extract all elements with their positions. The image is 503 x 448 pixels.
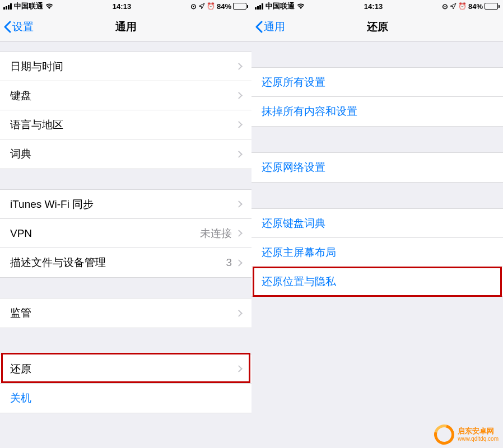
alarm-icon: ⏰: [207, 2, 215, 10]
cell-dictionary[interactable]: 词典: [0, 139, 252, 169]
chevron-right-icon: [235, 92, 243, 99]
page-title: 通用: [0, 20, 252, 34]
back-button[interactable]: 通用: [252, 20, 285, 34]
cell-label: 抹掉所有内容和设置: [262, 104, 493, 119]
cell-label: 监管: [10, 306, 236, 320]
carrier-label: 中国联通: [266, 1, 295, 11]
alarm-icon: ⏰: [458, 2, 467, 10]
wifi-icon: [45, 3, 53, 10]
back-button[interactable]: 设置: [0, 20, 34, 34]
watermark-title: 启东安卓网: [458, 427, 499, 435]
signal-icon: [255, 3, 263, 10]
cell-label: iTunes Wi-Fi 同步: [10, 197, 236, 212]
chevron-right-icon: [235, 121, 243, 128]
cell-reset-all-settings[interactable]: 还原所有设置: [252, 68, 503, 97]
cell-profiles-device-mgmt[interactable]: 描述文件与设备管理3: [0, 248, 252, 277]
nav-bar: 设置 通用: [0, 12, 252, 41]
battery-icon: [485, 3, 500, 10]
phone-left: 中国联通 14:13 ⊙ ⏰ 84% 设置 通用 日期与时间 键盘 语言与地区 …: [0, 0, 252, 448]
cell-reset[interactable]: 还原: [0, 354, 252, 384]
logo-ring-icon: [431, 421, 458, 448]
cell-label: 日期与时间: [10, 59, 236, 74]
page-title: 还原: [252, 20, 503, 34]
cell-regulatory[interactable]: 监管: [0, 298, 252, 328]
chevron-right-icon: [235, 63, 243, 70]
back-label: 通用: [264, 20, 285, 34]
cell-reset-location-privacy[interactable]: 还原位置与隐私: [252, 267, 503, 296]
location-icon: [198, 3, 205, 10]
status-time: 14:13: [364, 2, 383, 11]
group-reset-all: 还原所有设置 抹掉所有内容和设置: [252, 67, 503, 127]
cell-label: 关机: [10, 391, 241, 405]
battery-pct: 84%: [468, 2, 483, 11]
group-reset-network: 还原网络设置: [252, 152, 503, 183]
status-bar: 中国联通 14:13 ⊙ ⏰ 84%: [0, 0, 252, 12]
cell-label: VPN: [10, 227, 200, 240]
cell-date-time[interactable]: 日期与时间: [0, 52, 252, 81]
signal-icon: [3, 3, 12, 10]
cell-label: 键盘: [10, 88, 236, 103]
cell-reset-network[interactable]: 还原网络设置: [252, 153, 503, 182]
chevron-right-icon: [235, 259, 243, 267]
cell-itunes-wifi-sync[interactable]: iTunes Wi-Fi 同步: [0, 190, 252, 219]
chevron-right-icon: [235, 310, 243, 317]
group-sync: iTunes Wi-Fi 同步 VPN未连接 描述文件与设备管理3: [0, 189, 252, 278]
chevron-right-icon: [235, 200, 243, 208]
wifi-icon: [297, 3, 305, 10]
group-datetime: 日期与时间 键盘 语言与地区 词典: [0, 52, 252, 169]
chevron-right-icon: [235, 151, 243, 158]
location-icon: [450, 3, 457, 10]
chevron-left-icon: [3, 21, 11, 33]
cell-label: 语言与地区: [10, 118, 236, 132]
cell-label: 还原网络设置: [262, 160, 493, 175]
cell-detail: 未连接: [200, 226, 232, 241]
nav-bar: 通用 还原: [252, 12, 503, 41]
cell-reset-home-layout[interactable]: 还原主屏幕布局: [252, 238, 503, 267]
cell-label: 还原位置与隐私: [262, 274, 493, 289]
chevron-right-icon: [235, 230, 243, 237]
cell-label: 还原所有设置: [262, 75, 493, 90]
cell-erase-all[interactable]: 抹掉所有内容和设置: [252, 97, 503, 126]
cell-language-region[interactable]: 语言与地区: [0, 110, 252, 139]
chevron-right-icon: [235, 365, 243, 372]
cell-label: 还原: [10, 362, 236, 376]
cell-keyboard[interactable]: 键盘: [0, 81, 252, 110]
cell-label: 描述文件与设备管理: [10, 255, 226, 270]
cell-detail: 3: [226, 256, 232, 269]
battery-pct: 84%: [217, 2, 231, 11]
lock-rotation-icon: ⊙: [442, 2, 448, 11]
cell-shutdown[interactable]: 关机: [0, 384, 252, 413]
cell-label: 词典: [10, 147, 236, 161]
back-label: 设置: [12, 20, 34, 34]
group-reset-other: 还原键盘词典 还原主屏幕布局 还原位置与隐私: [252, 208, 503, 297]
status-time: 14:13: [113, 2, 131, 11]
cell-label: 还原主屏幕布局: [262, 245, 493, 260]
cell-reset-keyboard-dict[interactable]: 还原键盘词典: [252, 209, 503, 238]
group-regulatory: 监管: [0, 298, 252, 328]
watermark-url: www.qdltdq.com: [458, 436, 499, 442]
cell-vpn[interactable]: VPN未连接: [0, 219, 252, 248]
chevron-left-icon: [255, 21, 263, 33]
battery-icon: [233, 3, 248, 10]
status-bar: 中国联通 14:13 ⊙ ⏰ 84%: [252, 0, 503, 12]
carrier-label: 中国联通: [14, 1, 43, 11]
cell-label: 还原键盘词典: [262, 216, 493, 231]
watermark: 启东安卓网 www.qdltdq.com: [434, 424, 499, 445]
group-reset: 还原 关机: [0, 354, 252, 413]
lock-rotation-icon: ⊙: [190, 2, 197, 11]
phone-right: 中国联通 14:13 ⊙ ⏰ 84% 通用 还原 还原所有设置 抹掉所有内容和设…: [252, 0, 503, 448]
